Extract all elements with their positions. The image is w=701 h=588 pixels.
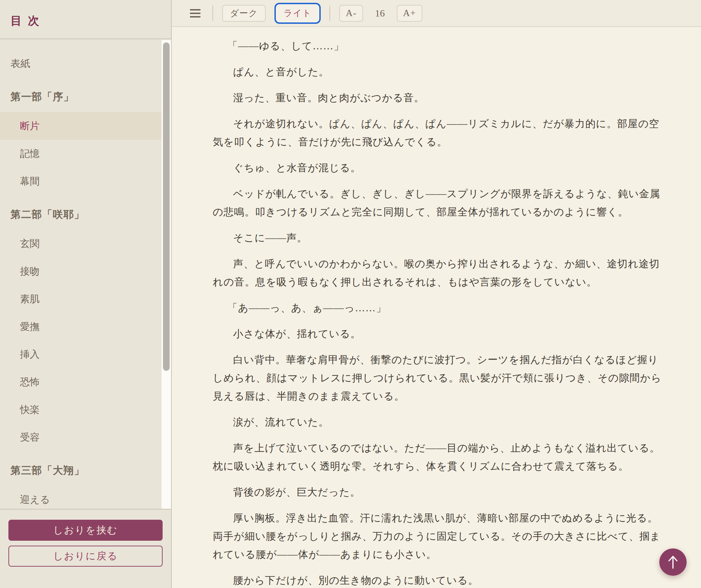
toc-item-memory[interactable]: 記憶 <box>0 140 162 167</box>
toc-item-acceptance[interactable]: 受容 <box>0 423 162 451</box>
toc-item-insertion[interactable]: 挿入 <box>0 340 162 368</box>
paragraph: 腰から下だけが、別の生き物のように動いている。 <box>213 571 663 588</box>
arrow-up-icon <box>667 555 679 569</box>
paragraph: そこに――声。 <box>213 229 663 247</box>
font-size-value: 16 <box>375 8 385 19</box>
toc-item-pleasure[interactable]: 快楽 <box>0 396 162 423</box>
toc-item-kiss[interactable]: 接吻 <box>0 257 162 285</box>
paragraph: 「――ゆる、して……」 <box>213 37 663 55</box>
sidebar-scrollbar-track[interactable] <box>162 40 171 509</box>
toc-section-part1: 第一部「序」 <box>0 77 162 112</box>
reader-toolbar: ダーク ライト A- 16 A+ <box>172 0 701 27</box>
toc-section-part2: 第二部「咲耶」 <box>0 195 162 230</box>
toc-item-fear[interactable]: 恐怖 <box>0 368 162 396</box>
toc-title: 目次 <box>11 13 161 29</box>
paragraph: 涙が、流れていた。 <box>213 413 663 431</box>
toc-item-welcome[interactable]: 迎える <box>0 486 162 509</box>
toc-item-caress[interactable]: 愛撫 <box>0 313 162 340</box>
font-decrease-button[interactable]: A- <box>339 5 363 22</box>
toc-section-part3: 第三部「大翔」 <box>0 451 162 486</box>
ebook-reader-app: { "sidebar": { "title": "目次", "items": [… <box>0 0 701 588</box>
bookmark-panel: しおりを挟む しおりに戻る <box>0 509 171 588</box>
toolbar-divider <box>212 6 213 21</box>
paragraph: 声を上げて泣いているのではない。ただ――目の端から、止めようもなく溢れ出ている。… <box>213 439 663 475</box>
paragraph: ぐちゅ、と水音が混じる。 <box>213 159 663 177</box>
paragraph: 「あ――っ、あ、ぁ――っ……」 <box>213 299 663 317</box>
toc-item-fragment-active[interactable]: 断片 <box>0 112 162 140</box>
sidebar-scrollbar-thumb[interactable] <box>163 42 170 371</box>
paragraph: 小さな体が、揺れている。 <box>213 325 663 343</box>
toc-item-bare-skin[interactable]: 素肌 <box>0 285 162 313</box>
paragraph: 声、と呼んでいいのかわからない。喉の奥から搾り出されるような、か細い、途切れ途切… <box>213 255 663 291</box>
toc-item-cover[interactable]: 表紙 <box>0 50 162 77</box>
paragraph: それが途切れない。ぱん、ぱん、ぱん、ぱん――リズミカルに、だが暴力的に。部屋の空… <box>213 115 663 151</box>
font-increase-button[interactable]: A+ <box>397 5 422 22</box>
toc-sidebar: 目次 表紙 第一部「序」 断片 記憶 幕間 第二部「咲耶」 玄関 接吻 素肌 愛… <box>0 0 172 588</box>
bookmark-add-button[interactable]: しおりを挟む <box>8 520 163 541</box>
paragraph: 厚い胸板。浮き出た血管。汗に濡れた浅黒い肌が、薄暗い部屋の中でぬめるように光る。… <box>213 509 663 563</box>
bookmark-return-button[interactable]: しおりに戻る <box>8 546 163 567</box>
chapter-text: 「――ゆる、して……」 ぱん、と音がした。 湿った、重い音。肉と肉がぶつかる音。… <box>213 37 663 588</box>
paragraph: 湿った、重い音。肉と肉がぶつかる音。 <box>213 89 663 107</box>
toolbar-divider <box>329 6 330 21</box>
toc-item-entrance[interactable]: 玄関 <box>0 230 162 257</box>
paragraph: ベッドが軋んでいる。ぎし、ぎし、ぎし――スプリングが限界を訴えるような、鈍い金属… <box>213 185 663 221</box>
paragraph: ぱん、と音がした。 <box>213 63 663 81</box>
paragraph: 背後の影が、巨大だった。 <box>213 483 663 501</box>
toc-item-interlude[interactable]: 幕間 <box>0 167 162 195</box>
paragraph: 白い背中。華奢な肩甲骨が、衝撃のたびに波打つ。シーツを掴んだ指が白くなるほど握り… <box>213 351 663 405</box>
hamburger-icon[interactable] <box>190 5 203 22</box>
theme-dark-button[interactable]: ダーク <box>222 5 266 22</box>
toc-list: 表紙 第一部「序」 断片 記憶 幕間 第二部「咲耶」 玄関 接吻 素肌 愛撫 挿… <box>0 40 162 509</box>
theme-light-button[interactable]: ライト <box>277 5 319 22</box>
reader-main: ダーク ライト A- 16 A+ 「――ゆる、して……」 ぱん、と音がした。 湿… <box>172 0 701 588</box>
toc-header: 目次 <box>0 0 171 39</box>
reading-pane: 「――ゆる、して……」 ぱん、と音がした。 湿った、重い音。肉と肉がぶつかる音。… <box>172 27 701 588</box>
scroll-to-top-button[interactable] <box>659 548 687 576</box>
